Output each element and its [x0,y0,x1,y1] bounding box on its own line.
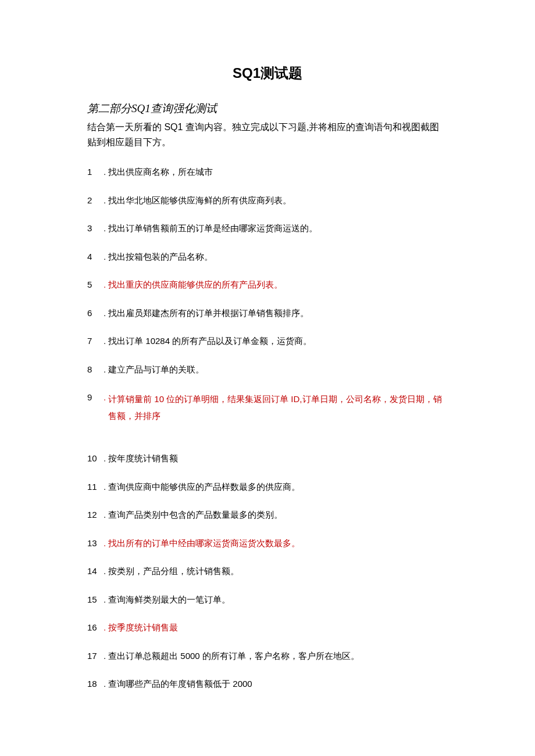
item-number: 17 [87,650,102,663]
list-item: 18 . 查询哪些产品的年度销售额低于 2000 [87,678,448,691]
item-dot: . [104,278,106,292]
item-dot: . [104,565,106,578]
item-dot: . [104,363,106,377]
list-item: 16 . 按季度统计销售最 [87,621,448,635]
item-text: 查询海鲜类别最大的一笔订单。 [108,593,448,607]
item-number: 1 [87,166,102,179]
list-item: 4 . 找出按箱包装的产品名称。 [87,250,448,264]
item-text: 查询哪些产品的年度销售额低于 2000 [108,678,448,691]
list-item: 17 . 查出订单总额超出 5000 的所有订单，客户名称，客户所在地区。 [87,650,448,663]
list-item: 6 . 找出雇员郑建杰所有的订单并根据订单销售额排序。 [87,307,448,320]
item-dot: . [104,222,106,235]
list-item: 11 . 查询供应商中能够供应的产品样数最多的供应商。 [87,481,448,494]
item-number: 2 [87,194,102,207]
item-number: 18 [87,678,102,691]
item-dot: . [104,650,106,663]
item-dot: . [104,194,106,207]
item-dot: . [104,621,106,635]
item-number: 5 [87,278,102,292]
item-number: 4 [87,250,102,264]
items-list: 1 . 找出供应商名称，所在城市 2 . 找出华北地区能够供应海鲜的所有供应商列… [87,166,448,691]
item-text: 找出供应商名称，所在城市 [108,166,448,179]
item-dot: . [104,678,106,691]
item-number: 13 [87,537,102,550]
item-number: 7 [87,335,102,348]
list-item: 12 . 查询产品类别中包含的产品数量最多的类别。 [87,508,448,522]
item-dot: . [104,537,106,550]
item-dot: . [104,307,106,320]
item-text: 找出华北地区能够供应海鲜的所有供应商列表。 [108,194,448,207]
item-text: 找出按箱包装的产品名称。 [108,250,448,264]
item-text: 按季度统计销售最 [108,621,448,635]
item-dot: . [104,250,106,264]
item-number: 6 [87,307,102,320]
item-text: 查询供应商中能够供应的产品样数最多的供应商。 [108,481,448,494]
item-text: 找出订单销售额前五的订单是经由哪家运货商运送的。 [108,222,448,235]
item-dot: . [104,335,106,348]
item-number: 8 [87,363,102,377]
document-subtitle: 第二部分SQ1查询强化测试 [87,101,448,116]
list-item: 9 . 计算销量前 10 位的订单明细，结果集返回订单 ID,订单日期，公司名称… [87,391,448,424]
item-text: 查询产品类别中包含的产品数量最多的类别。 [108,508,448,522]
item-number: 10 [87,452,102,465]
item-text: 找出重庆的供应商能够供应的所有产品列表。 [108,278,448,292]
item-number: 14 [87,565,102,578]
item-dot: . [104,593,106,607]
list-item: 15 . 查询海鲜类别最大的一笔订单。 [87,593,448,607]
item-dot: . [104,391,106,404]
document-title: SQ1测试题 [87,64,448,83]
item-text: 建立产品与订单的关联。 [108,363,448,377]
item-text: 查出订单总额超出 5000 的所有订单，客户名称，客户所在地区。 [108,650,448,663]
item-text: 按年度统计销售额 [108,452,448,465]
list-item: 2 . 找出华北地区能够供应海鲜的所有供应商列表。 [87,194,448,207]
list-item: 14 . 按类别，产品分组，统计销售额。 [87,565,448,578]
item-number: 12 [87,508,102,522]
document-intro: 结合第一天所看的 SQ1 查询内容。独立完成以下习题,并将相应的查询语句和视图截… [87,120,448,149]
item-dot: . [104,508,106,522]
list-item: 1 . 找出供应商名称，所在城市 [87,166,448,179]
list-item: 3 . 找出订单销售额前五的订单是经由哪家运货商运送的。 [87,222,448,235]
list-item: 5 . 找出重庆的供应商能够供应的所有产品列表。 [87,278,448,292]
item-number: 9 [87,391,102,404]
list-item: 13 . 找出所有的订单中经由哪家运货商运货次数最多。 [87,537,448,550]
item-text: 找出订单 10284 的所有产品以及订单金额，运货商。 [108,335,448,348]
item-text: 计算销量前 10 位的订单明细，结果集返回订单 ID,订单日期，公司名称，发货日… [108,391,448,424]
item-number: 11 [87,481,102,494]
item-text: 按类别，产品分组，统计销售额。 [108,565,448,578]
item-number: 16 [87,621,102,635]
item-dot: . [104,481,106,494]
item-dot: . [104,166,106,179]
item-dot: . [104,452,106,465]
item-text: 找出雇员郑建杰所有的订单并根据订单销售额排序。 [108,307,448,320]
list-item: 7 . 找出订单 10284 的所有产品以及订单金额，运货商。 [87,335,448,348]
item-number: 15 [87,593,102,607]
item-text: 找出所有的订单中经由哪家运货商运货次数最多。 [108,537,448,550]
item-number: 3 [87,222,102,235]
list-item: 8 . 建立产品与订单的关联。 [87,363,448,377]
list-item: 10 . 按年度统计销售额 [87,452,448,465]
